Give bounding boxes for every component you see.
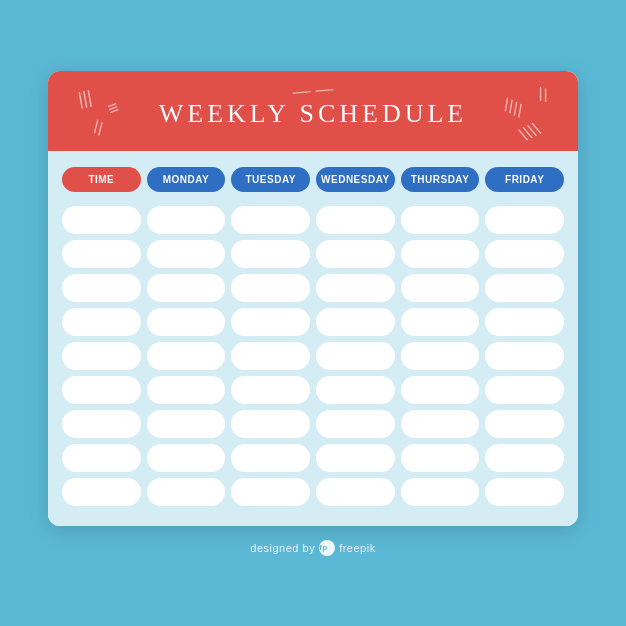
cell-8-1 (147, 478, 226, 506)
footer-text: designed by fp freepik (250, 540, 375, 556)
cell-5-1 (147, 376, 226, 404)
table-row (62, 240, 564, 268)
cell-4-5 (485, 342, 564, 370)
cell-3-4 (401, 308, 480, 336)
cell-2-0 (62, 274, 141, 302)
cell-0-0 (62, 206, 141, 234)
cell-4-4 (401, 342, 480, 370)
cell-0-3 (316, 206, 395, 234)
cell-5-2 (231, 376, 310, 404)
cell-1-5 (485, 240, 564, 268)
schedule-header: ||| ≡ — — \\ \\\\ \\ \\\\ WEEKLY SCHEDUL… (48, 71, 578, 151)
cell-0-5 (485, 206, 564, 234)
table-row (62, 342, 564, 370)
table-row (62, 274, 564, 302)
cell-1-4 (401, 240, 480, 268)
cell-2-4 (401, 274, 480, 302)
cell-6-4 (401, 410, 480, 438)
cell-8-3 (316, 478, 395, 506)
cell-0-4 (401, 206, 480, 234)
cell-6-3 (316, 410, 395, 438)
monday-button[interactable]: MONDAY (147, 167, 226, 192)
cell-2-2 (231, 274, 310, 302)
cell-4-0 (62, 342, 141, 370)
cell-0-1 (147, 206, 226, 234)
cell-7-5 (485, 444, 564, 472)
cell-7-0 (62, 444, 141, 472)
table-row (62, 444, 564, 472)
schedule-card: ||| ≡ — — \\ \\\\ \\ \\\\ WEEKLY SCHEDUL… (48, 71, 578, 526)
cell-7-3 (316, 444, 395, 472)
tuesday-button[interactable]: TUESDAY (231, 167, 310, 192)
cell-3-1 (147, 308, 226, 336)
cell-6-0 (62, 410, 141, 438)
cell-4-2 (231, 342, 310, 370)
cell-3-3 (316, 308, 395, 336)
page-title: WEEKLY SCHEDULE (68, 99, 558, 129)
table-row (62, 376, 564, 404)
footer: designed by fp freepik (250, 540, 375, 556)
cell-3-0 (62, 308, 141, 336)
cell-4-3 (316, 342, 395, 370)
schedule-body: TIME MONDAY TUESDAY WEDNESDAY THURSDAY F… (48, 151, 578, 526)
cell-6-1 (147, 410, 226, 438)
table-row (62, 206, 564, 234)
cell-5-3 (316, 376, 395, 404)
table-row (62, 308, 564, 336)
days-row: TIME MONDAY TUESDAY WEDNESDAY THURSDAY F… (62, 167, 564, 192)
cell-3-2 (231, 308, 310, 336)
cell-3-5 (485, 308, 564, 336)
time-button[interactable]: TIME (62, 167, 141, 192)
cell-2-3 (316, 274, 395, 302)
cell-5-0 (62, 376, 141, 404)
deco-icon-tc: — — (292, 79, 334, 101)
cell-1-3 (316, 240, 395, 268)
cell-6-5 (485, 410, 564, 438)
cell-8-4 (401, 478, 480, 506)
cell-4-1 (147, 342, 226, 370)
wednesday-button[interactable]: WEDNESDAY (316, 167, 395, 192)
cell-8-2 (231, 478, 310, 506)
cell-8-5 (485, 478, 564, 506)
thursday-button[interactable]: THURSDAY (401, 167, 480, 192)
cell-7-1 (147, 444, 226, 472)
cell-8-0 (62, 478, 141, 506)
cell-5-5 (485, 376, 564, 404)
cell-2-5 (485, 274, 564, 302)
freepik-logo-icon: fp (319, 540, 335, 556)
cell-7-2 (231, 444, 310, 472)
cell-1-2 (231, 240, 310, 268)
cell-7-4 (401, 444, 480, 472)
cell-0-2 (231, 206, 310, 234)
table-row (62, 410, 564, 438)
cell-1-0 (62, 240, 141, 268)
table-row (62, 478, 564, 506)
cell-5-4 (401, 376, 480, 404)
schedule-grid (62, 206, 564, 506)
cell-2-1 (147, 274, 226, 302)
friday-button[interactable]: FRIDAY (485, 167, 564, 192)
cell-1-1 (147, 240, 226, 268)
cell-6-2 (231, 410, 310, 438)
